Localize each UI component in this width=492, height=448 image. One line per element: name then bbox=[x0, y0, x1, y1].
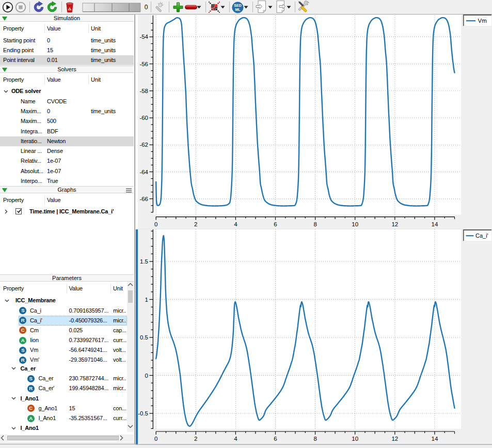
svg-text:6: 6 bbox=[274, 221, 277, 227]
svg-text:0: 0 bbox=[145, 373, 148, 379]
svg-text:-58: -58 bbox=[139, 88, 148, 94]
svg-text:2: 2 bbox=[194, 221, 197, 227]
svg-text:-54: -54 bbox=[139, 34, 148, 40]
svg-text:-60: -60 bbox=[139, 115, 148, 121]
svg-text:Ca_i': Ca_i' bbox=[475, 233, 488, 239]
svg-text:-0.5: -0.5 bbox=[138, 410, 148, 416]
svg-text:-66: -66 bbox=[139, 196, 148, 202]
svg-text:1.5: 1.5 bbox=[140, 258, 148, 265]
svg-text:8: 8 bbox=[313, 221, 316, 227]
svg-text:0: 0 bbox=[154, 221, 157, 227]
svg-text:12: 12 bbox=[391, 436, 398, 442]
svg-text:4: 4 bbox=[234, 436, 237, 442]
svg-text:-64: -64 bbox=[139, 169, 148, 175]
svg-text:SED: SED bbox=[234, 4, 241, 7]
svg-text:6: 6 bbox=[274, 436, 277, 442]
svg-text:4: 4 bbox=[234, 221, 237, 227]
svg-text:-62: -62 bbox=[139, 142, 148, 148]
svg-text:8: 8 bbox=[313, 436, 316, 442]
svg-text:10: 10 bbox=[352, 221, 358, 227]
svg-text:1: 1 bbox=[145, 297, 148, 303]
svg-text:14: 14 bbox=[432, 221, 438, 227]
svg-text:ML: ML bbox=[235, 8, 241, 11]
svg-text:0: 0 bbox=[154, 436, 157, 442]
svg-text:-56: -56 bbox=[139, 61, 148, 67]
svg-text:12: 12 bbox=[391, 221, 398, 227]
svg-text:14: 14 bbox=[432, 436, 438, 442]
svg-text:0.5: 0.5 bbox=[140, 334, 148, 341]
svg-text:10: 10 bbox=[352, 436, 358, 442]
svg-text:2: 2 bbox=[194, 436, 197, 442]
svg-text:Vm: Vm bbox=[478, 18, 487, 24]
